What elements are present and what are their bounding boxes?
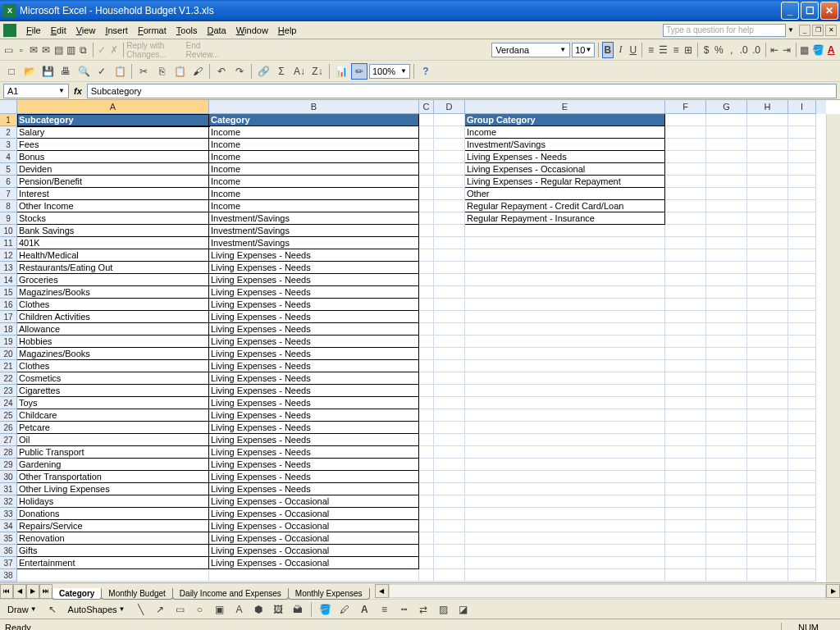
cell-G27[interactable] xyxy=(706,434,747,446)
row-header-14[interactable]: 14 xyxy=(0,274,17,286)
cell-F24[interactable] xyxy=(665,397,706,409)
cell-A27[interactable]: Oil xyxy=(17,434,209,446)
tab-prev-button[interactable]: ◀ xyxy=(13,584,26,599)
cell-E14[interactable] xyxy=(465,274,665,286)
doc2-icon[interactable]: ▥ xyxy=(66,42,76,58)
cell-D11[interactable] xyxy=(434,237,465,249)
cell-C10[interactable] xyxy=(419,225,434,237)
row-header-4[interactable]: 4 xyxy=(0,151,17,163)
cell-E5[interactable]: Living Expenses - Occasional xyxy=(465,163,665,176)
cell-A6[interactable]: Pension/Benefit xyxy=(17,176,209,188)
tab-last-button[interactable]: ⏭ xyxy=(39,584,52,599)
cell-C34[interactable] xyxy=(419,520,434,532)
cell-E17[interactable] xyxy=(465,311,665,323)
menu-view[interactable]: View xyxy=(71,24,101,37)
cell-D8[interactable] xyxy=(434,200,465,212)
textbox-icon[interactable]: ▣ xyxy=(211,601,227,618)
cell-D1[interactable] xyxy=(434,114,465,126)
cell-E36[interactable] xyxy=(465,545,665,557)
cell-E18[interactable] xyxy=(465,323,665,336)
cell-H26[interactable] xyxy=(747,422,788,434)
percent-icon[interactable]: % xyxy=(714,42,724,58)
print-icon[interactable]: 🖶 xyxy=(57,63,74,80)
cell-I20[interactable] xyxy=(788,348,816,360)
sort-asc-icon[interactable]: A↓ xyxy=(291,63,308,80)
cell-D15[interactable] xyxy=(434,286,465,299)
cell-B19[interactable]: Living Expenses - Needs xyxy=(209,336,419,348)
cell-D4[interactable] xyxy=(434,151,465,163)
cell-B14[interactable]: Living Expenses - Needs xyxy=(209,274,419,286)
cell-F9[interactable] xyxy=(665,212,706,225)
row-header-33[interactable]: 33 xyxy=(0,508,17,520)
name-box[interactable]: A1▼ xyxy=(3,84,69,98)
cell-D17[interactable] xyxy=(434,311,465,323)
arrow-icon[interactable]: ↗ xyxy=(152,601,168,618)
cell-H5[interactable] xyxy=(747,163,788,176)
cell-A12[interactable]: Health/Medical xyxy=(17,249,209,262)
cell-H35[interactable] xyxy=(747,532,788,545)
cell-A2[interactable]: Salary xyxy=(17,126,209,139)
cell-D24[interactable] xyxy=(434,397,465,409)
reject-icon[interactable]: ✗ xyxy=(108,42,119,58)
cell-G9[interactable] xyxy=(706,212,747,225)
col-header-A[interactable]: A xyxy=(17,100,209,114)
cell-A22[interactable]: Cosmetics xyxy=(17,372,209,385)
cell-D3[interactable] xyxy=(434,139,465,151)
cell-D36[interactable] xyxy=(434,545,465,557)
cell-E31[interactable] xyxy=(465,483,665,495)
cell-B16[interactable]: Living Expenses - Needs xyxy=(209,299,419,311)
cell-I38[interactable] xyxy=(788,569,816,582)
row-header-15[interactable]: 15 xyxy=(0,286,17,299)
cell-D26[interactable] xyxy=(434,422,465,434)
autoshapes-menu[interactable]: AutoShapes ▼ xyxy=(64,602,130,617)
cell-I6[interactable] xyxy=(788,176,816,188)
cell-I34[interactable] xyxy=(788,520,816,532)
draw-menu[interactable]: Draw ▼ xyxy=(3,602,41,617)
menu-file[interactable]: File xyxy=(21,24,46,37)
help-icon[interactable]: ? xyxy=(418,63,434,80)
cell-H36[interactable] xyxy=(747,545,788,557)
cell-F3[interactable] xyxy=(665,139,706,151)
cell-H23[interactable] xyxy=(747,385,788,397)
cell-B1[interactable]: Category xyxy=(209,114,419,126)
cell-E34[interactable] xyxy=(465,520,665,532)
cell-C38[interactable] xyxy=(419,569,434,582)
cell-C18[interactable] xyxy=(419,323,434,336)
cell-E12[interactable] xyxy=(465,249,665,262)
cell-F15[interactable] xyxy=(665,286,706,299)
cell-G33[interactable] xyxy=(706,508,747,520)
cell-C16[interactable] xyxy=(419,299,434,311)
fx-icon[interactable]: fx xyxy=(74,86,82,96)
row-header-36[interactable]: 36 xyxy=(0,545,17,557)
cell-A5[interactable]: Deviden xyxy=(17,163,209,176)
row-header-37[interactable]: 37 xyxy=(0,557,17,569)
cell-F5[interactable] xyxy=(665,163,706,176)
cell-C27[interactable] xyxy=(419,434,434,446)
row-header-28[interactable]: 28 xyxy=(0,446,17,459)
row-header-9[interactable]: 9 xyxy=(0,212,17,225)
row-header-23[interactable]: 23 xyxy=(0,385,17,397)
tab-next-button[interactable]: ▶ xyxy=(26,584,39,599)
cell-I33[interactable] xyxy=(788,508,816,520)
cell-I12[interactable] xyxy=(788,249,816,262)
cell-B36[interactable]: Living Expenses - Occasional xyxy=(209,545,419,557)
row-header-3[interactable]: 3 xyxy=(0,139,17,151)
cell-B9[interactable]: Investment/Savings xyxy=(209,212,419,225)
row-header-17[interactable]: 17 xyxy=(0,311,17,323)
cell-D32[interactable] xyxy=(434,495,465,508)
cell-G10[interactable] xyxy=(706,225,747,237)
print-preview-icon[interactable]: 🔍 xyxy=(75,63,92,80)
cell-H15[interactable] xyxy=(747,286,788,299)
cell-E25[interactable] xyxy=(465,409,665,422)
cell-H13[interactable] xyxy=(747,262,788,274)
cell-A1[interactable]: Subcategory xyxy=(17,114,209,126)
cell-I14[interactable] xyxy=(788,274,816,286)
cell-F21[interactable] xyxy=(665,360,706,372)
cell-G5[interactable] xyxy=(706,163,747,176)
doc-icon[interactable]: ▤ xyxy=(53,42,64,58)
cell-F33[interactable] xyxy=(665,508,706,520)
cell-C23[interactable] xyxy=(419,385,434,397)
cell-E7[interactable]: Other xyxy=(465,188,665,200)
cell-C17[interactable] xyxy=(419,311,434,323)
cell-H3[interactable] xyxy=(747,139,788,151)
